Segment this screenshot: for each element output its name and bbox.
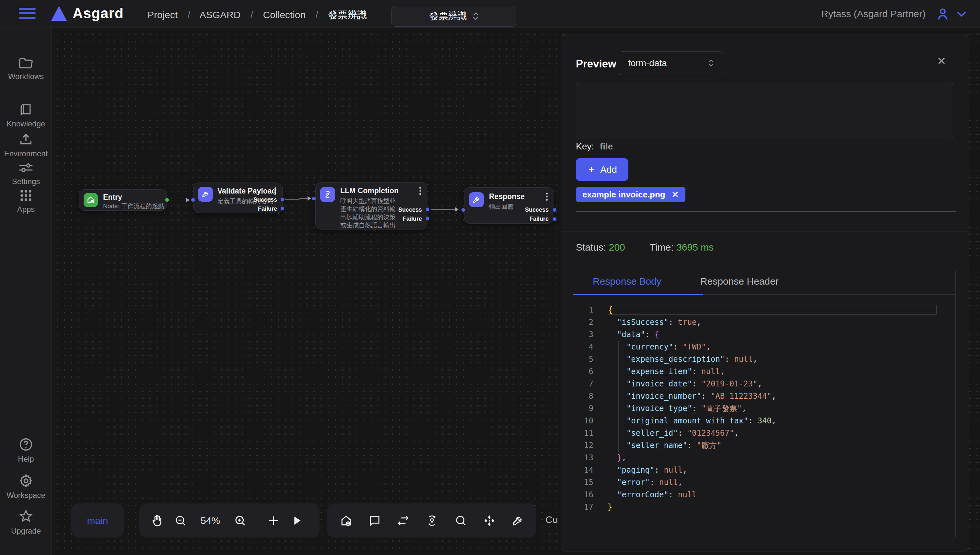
app-logo-text: Asgard: [73, 5, 124, 21]
add-file-button[interactable]: Add: [576, 158, 628, 181]
line-number: 5: [573, 354, 593, 364]
code-text: "expense_item": null,: [608, 367, 937, 376]
breadcrumb-project[interactable]: Project: [147, 10, 178, 20]
breadcrumb-collection[interactable]: Collection: [263, 10, 306, 20]
code-text: "data": {: [608, 330, 937, 339]
llm-node-tool-icon[interactable]: [425, 513, 439, 528]
line-number: 10: [573, 416, 593, 425]
sidebar-item-settings[interactable]: Settings: [0, 161, 52, 186]
add-button-label: Add: [600, 164, 617, 175]
port-label-failure: Failure: [403, 216, 422, 222]
indent-guide: [609, 317, 609, 489]
comment-icon[interactable]: [368, 514, 381, 528]
sidebar-item-environment[interactable]: Environment: [0, 132, 52, 158]
sidebar-item-apps[interactable]: Apps: [0, 189, 52, 214]
file-upload-area[interactable]: [576, 82, 953, 139]
response-success-port[interactable]: [553, 208, 556, 212]
apps-grid-icon: [0, 189, 52, 202]
preview-panel: Preview form-data ✕ Key: file Add exampl…: [560, 34, 969, 552]
workflow-select[interactable]: 發票辨識: [391, 6, 516, 27]
node-response[interactable]: Response 輸出回應 Success Failure: [464, 188, 554, 224]
response-body-code[interactable]: 1{2 "isSuccess": true,3 "data": {4 "curr…: [573, 304, 955, 513]
node-menu-icon[interactable]: [420, 187, 421, 196]
tab-response-header[interactable]: Response Header: [681, 276, 798, 287]
plus-icon: [587, 165, 596, 174]
port-label-failure: Failure: [530, 216, 549, 222]
response-box: Response Body Response Header 1{2 "isSuc…: [573, 268, 956, 540]
sidebar-label: Environment: [0, 149, 52, 158]
node-llm-completion[interactable]: LLM Completion 呼叫大型語言模型並產生結構化的資料輸出以輔助流程的…: [315, 182, 428, 229]
response-tabs: Response Body Response Header: [573, 268, 955, 295]
line-number: 4: [573, 342, 593, 351]
user-menu-chevron-icon[interactable]: [956, 10, 967, 18]
node-title: LLM Completion: [340, 186, 399, 195]
swap-arrows-icon[interactable]: [396, 513, 410, 528]
search-icon[interactable]: [454, 514, 468, 528]
content-type-value: form-data: [628, 58, 667, 68]
sidebar-label: Workspace: [0, 491, 52, 500]
entry-output-port[interactable]: [165, 198, 169, 202]
llm-failure-port[interactable]: [426, 217, 429, 220]
breadcrumb-asgard[interactable]: ASGARD: [200, 10, 241, 20]
zoom-out-icon[interactable]: [174, 514, 187, 528]
key-value: file: [600, 141, 613, 151]
asgard-logo-icon: [51, 6, 67, 21]
code-line: 16 "errorCode": null: [573, 489, 955, 501]
canvas-toolbar-zoom: 54%: [139, 504, 320, 537]
add-entry-node-icon[interactable]: [339, 513, 353, 528]
sidebar-item-knowledge[interactable]: Knowledge: [0, 103, 52, 128]
run-workflow-icon[interactable]: [290, 514, 303, 527]
hamburger-menu-icon[interactable]: [19, 8, 36, 20]
wrench-node-icon: [469, 192, 484, 207]
breadcrumb-separator: /: [315, 10, 318, 20]
validate-success-port[interactable]: [281, 198, 284, 201]
llm-success-port[interactable]: [426, 207, 429, 211]
validate-failure-port[interactable]: [281, 207, 284, 210]
line-number: 11: [573, 428, 593, 438]
workflow-select-value: 發票辨識: [429, 10, 467, 23]
node-menu-icon[interactable]: [546, 193, 548, 202]
node-entry[interactable]: Entry Node: 工作流程的起點: [79, 189, 167, 211]
sidebar-label: Knowledge: [0, 119, 52, 128]
line-number: 6: [573, 367, 593, 376]
code-text: "currency": "TWD",: [608, 342, 937, 351]
code-text: "invoice_type": "電子發票",: [608, 403, 937, 414]
zoom-in-icon[interactable]: [233, 514, 247, 528]
llm-input-port[interactable]: [312, 197, 315, 201]
help-icon: [0, 437, 52, 452]
sidebar-label: Upgrade: [0, 526, 52, 536]
close-icon[interactable]: ✕: [937, 55, 946, 67]
port-label-success: Success: [398, 207, 422, 213]
pan-hand-icon[interactable]: [151, 514, 164, 528]
node-validate-payload[interactable]: Validate Payload 定義工具的輸入格式 Success Failu…: [193, 183, 283, 213]
response-failure-port[interactable]: [553, 217, 556, 221]
port-label-failure: Failure: [258, 205, 277, 212]
sidebar-item-help[interactable]: Help: [0, 437, 52, 464]
sidebar-item-workspace[interactable]: Workspace: [0, 473, 52, 500]
sidebar-item-workflows[interactable]: Workflows: [0, 56, 52, 81]
validate-input-port[interactable]: [191, 198, 195, 202]
sidebar-item-upgrade[interactable]: Upgrade: [0, 509, 52, 536]
code-line: 13 },: [573, 452, 955, 464]
code-line: 7 "invoice_date": "2019-01-23",: [573, 378, 955, 390]
time-label: Time:: [650, 242, 674, 253]
line-number: 17: [573, 502, 593, 512]
add-node-icon[interactable]: [267, 514, 280, 528]
upload-icon: [0, 132, 52, 146]
branch-button[interactable]: main: [71, 504, 124, 537]
code-line: 5 "expense_description": null,: [573, 353, 955, 365]
response-input-port[interactable]: [461, 208, 465, 212]
sliders-icon: [0, 161, 52, 175]
auto-layout-icon[interactable]: [482, 513, 496, 528]
tab-response-body[interactable]: Response Body: [573, 276, 681, 287]
code-text: "paging": null,: [608, 465, 937, 475]
node-title: Validate Payload: [218, 187, 277, 196]
user-avatar-icon[interactable]: [935, 6, 950, 21]
gear-icon: [0, 473, 52, 488]
node-menu-icon[interactable]: [274, 188, 277, 197]
remove-file-icon[interactable]: ✕: [672, 190, 679, 200]
tools-wrench-icon[interactable]: [511, 514, 525, 528]
node-desc: 呼叫大型語言模型並產生結構化的資料輸出以輔助流程的決策或生成自然語言輸出: [340, 197, 399, 229]
llm-node-icon: [320, 187, 335, 202]
content-type-select[interactable]: form-data: [619, 51, 723, 75]
